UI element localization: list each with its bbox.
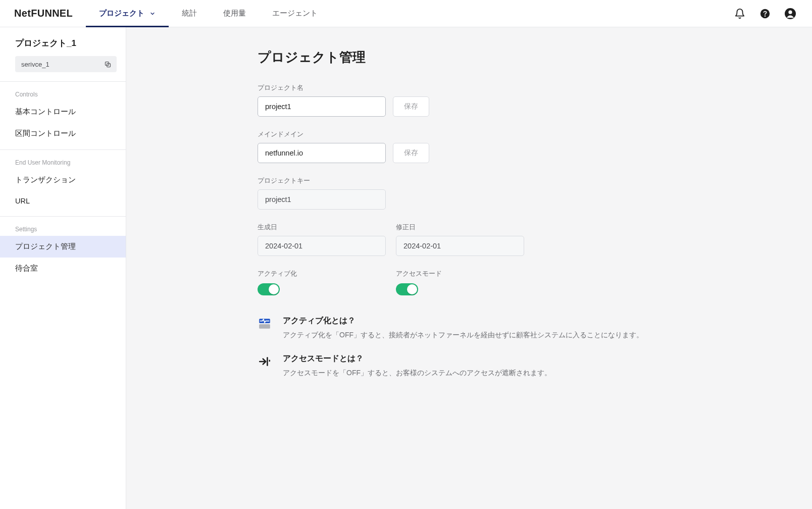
svg-rect-6 [259,324,270,329]
info-activation-title: アクティブ化とは？ [283,316,643,326]
help-icon[interactable] [757,6,773,21]
access-mode-toggle[interactable] [396,283,418,295]
label-project-key: プロジェクトキー [258,176,782,185]
label-created-at: 生成日 [258,223,386,232]
save-main-domain-button[interactable]: 保存 [393,143,429,163]
sidebar-section-controls: Controls [0,86,126,101]
label-activation: アクティブ化 [258,269,386,278]
nav-item-agent[interactable]: エージェント [259,0,331,27]
enter-icon [258,354,272,369]
nav-item-stats[interactable]: 統計 [169,0,210,27]
project-key-input [258,189,386,210]
copy-icon[interactable] [104,61,112,68]
sidebar-project-title: プロジェクト_1 [0,37,126,56]
service-id-value: serivce_1 [21,61,49,68]
sidebar-item-project-manage[interactable]: プロジェクト管理 [0,236,126,258]
info-access: アクセスモードとは？ アクセスモードを「OFF」すると、お客様のシステムへのアク… [258,353,672,378]
sidebar-item-url[interactable]: URL [0,191,126,211]
sidebar-item-basic-control[interactable]: 基本コントロール [0,101,126,123]
created-at-input [258,236,386,256]
sidebar-divider [0,216,126,217]
row-dates: 生成日 修正日 [258,223,782,256]
sidebar-item-transaction[interactable]: トランザクション [0,169,126,191]
row-toggles: アクティブ化 アクセスモード [258,269,782,295]
nav-item-label: 使用量 [223,9,246,18]
sidebar-divider [0,81,126,82]
topbar-icons [732,0,803,27]
info-activation-desc: アクティブ化を「OFF」すると、接続者がネットファーネルを経由せずに顧客社システ… [283,329,643,340]
activity-icon [258,317,272,331]
nav-item-project[interactable]: プロジェクト [86,0,169,27]
save-project-name-button[interactable]: 保存 [393,96,429,117]
activation-toggle[interactable] [258,283,280,295]
logo: NetFUNNEL [0,0,86,27]
label-access-mode: アクセスモード [396,269,524,278]
project-name-input[interactable] [258,96,386,117]
nav-item-label: 統計 [182,9,197,18]
row-main-domain: 保存 [258,143,782,163]
info-access-desc: アクセスモードを「OFF」すると、お客様のシステムへのアクセスが遮断されます。 [283,367,551,378]
updated-at-input [396,236,524,256]
toggle-knob [269,284,279,294]
account-icon[interactable] [783,6,798,21]
main-domain-input[interactable] [258,143,386,163]
sidebar: プロジェクト_1 serivce_1 Controls 基本コントロール 区間コ… [0,27,126,509]
page-title: プロジェクト管理 [258,48,782,66]
svg-point-2 [788,10,792,14]
sidebar-item-waiting-room[interactable]: 待合室 [0,258,126,279]
info-activation: アクティブ化とは？ アクティブ化を「OFF」すると、接続者がネットファーネルを経… [258,316,672,340]
nav-item-usage[interactable]: 使用量 [210,0,259,27]
sidebar-divider [0,149,126,150]
toggle-knob [407,284,417,294]
sidebar-item-segment-control[interactable]: 区間コントロール [0,123,126,144]
sidebar-section-eum: End User Monitoring [0,154,126,169]
topbar: NetFUNNEL プロジェクト 統計 使用量 エージェント [0,0,812,27]
row-project-name: 保存 [258,96,782,117]
sidebar-section-settings: Settings [0,221,126,236]
chevron-down-icon [149,11,156,17]
nav-item-label: エージェント [272,9,318,18]
main-content: プロジェクト管理 プロジェクト名 保存 メインドメイン 保存 プロジェクトキー [126,27,812,509]
row-project-key [258,189,782,210]
info-access-title: アクセスモードとは？ [283,353,551,364]
nav-item-label: プロジェクト [99,9,144,18]
label-updated-at: 修正日 [396,223,524,232]
service-id-chip: serivce_1 [15,56,117,72]
label-project-name: プロジェクト名 [258,83,782,92]
label-main-domain: メインドメイン [258,130,782,139]
bell-icon[interactable] [732,6,747,21]
top-nav: プロジェクト 統計 使用量 エージェント [86,0,331,27]
